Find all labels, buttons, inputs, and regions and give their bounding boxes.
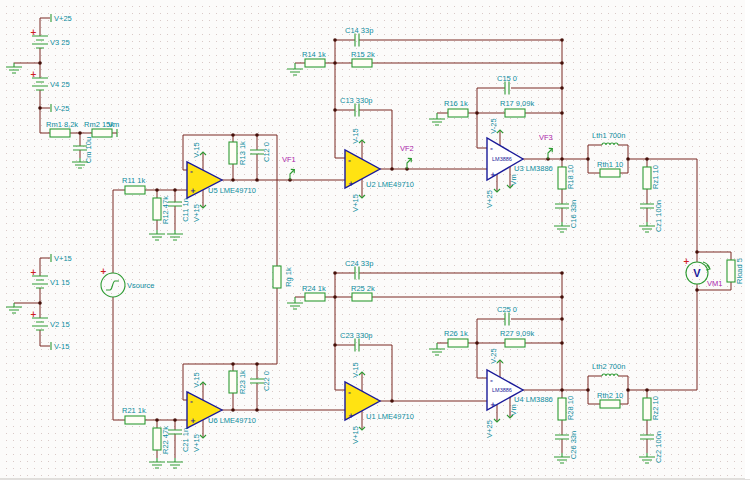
- opamp-plus-mark: +: [190, 187, 196, 195]
- capacitor-c13-label: C13 330p: [340, 96, 373, 105]
- inductor-lth2[interactable]: Lth2 700n: [592, 362, 625, 376]
- resistor-r28[interactable]: R28 10: [558, 396, 575, 420]
- opamp-u1-label: U1 LME49710: [366, 412, 414, 421]
- resistor-rm1-label: Rm1 8,2k: [46, 120, 78, 129]
- capacitor-c15[interactable]: C15 0: [497, 74, 517, 95]
- capacitor-c24-label: C24 33p: [345, 259, 373, 268]
- resistor-r17[interactable]: R17 9,09k: [500, 99, 534, 117]
- battery-v1-label: V1 15: [50, 278, 70, 287]
- net-vplus25: V+25: [54, 14, 72, 23]
- capacitor-c21[interactable]: C21 1n: [168, 428, 190, 452]
- voltmeter-vm1[interactable]: V + VM1: [683, 257, 722, 288]
- opamp-u6-label: U6 LME49710: [208, 416, 256, 425]
- wires-u3-network[interactable]: [437, 40, 588, 222]
- resistor-rz2[interactable]: Rz2 10: [643, 396, 660, 420]
- capacitor-c11-label: C11 1n: [181, 198, 190, 222]
- opamp-u5-vplus15: V+15: [192, 204, 201, 222]
- battery-v4[interactable]: + V4 25: [30, 70, 70, 90]
- capacitor-c24[interactable]: C24 33p: [345, 259, 373, 280]
- wire-network[interactable]: [14, 18, 731, 458]
- capacitor-cz2-label: Cz2 100n: [654, 431, 663, 463]
- battery-plus-sign: +: [30, 28, 37, 37]
- resistor-r27[interactable]: R27 9,09k: [500, 329, 534, 347]
- opamp-u4-chip-name: LM3886: [492, 387, 512, 393]
- resistor-r15[interactable]: R15 2k: [351, 50, 375, 67]
- opamp-minus-mark: -: [190, 398, 193, 406]
- resistor-rg[interactable]: Rg 1k: [273, 266, 293, 288]
- opamp-u1[interactable]: - + V-15 V+15 U1 LME49710: [345, 362, 414, 444]
- capacitor-c12[interactable]: C12 0: [250, 142, 271, 162]
- battery-v2[interactable]: + V2 15: [30, 310, 70, 330]
- wires-output-bottom[interactable]: [588, 290, 697, 453]
- testpoint-vf1[interactable]: VF1: [282, 155, 296, 180]
- capacitor-c14[interactable]: C14 33p: [345, 26, 373, 47]
- schematic-drawing: + V3 25 + V4 25 + V1 15 + V2 15 V+25 V-2…: [0, 0, 750, 492]
- battery-plus-sign: +: [30, 70, 37, 79]
- opamp-u3-vminus25: V-25: [489, 118, 498, 133]
- battery-v3[interactable]: + V3 25: [30, 28, 70, 48]
- resistor-r24[interactable]: R24 1k: [302, 284, 326, 301]
- capacitor-c22[interactable]: C22 0: [250, 371, 271, 391]
- opamp-plus-mark: +: [490, 171, 496, 179]
- battery-v3-label: V3 25: [50, 38, 70, 47]
- resistor-rz2-label: Rz2 10: [651, 396, 660, 420]
- resistor-r11[interactable]: R11 1k: [122, 176, 145, 194]
- resistor-r14[interactable]: R14 1k: [302, 50, 326, 67]
- resistor-rm1[interactable]: Rm1 8,2k: [46, 120, 78, 137]
- capacitor-c16-label: C16 33n: [569, 200, 578, 228]
- resistor-r12[interactable]: R12 47k: [153, 196, 170, 224]
- capacitor-c25[interactable]: C25 0: [497, 305, 517, 326]
- capacitor-c22-label: C22 0: [262, 371, 271, 391]
- resistor-r16[interactable]: R16 1k: [444, 99, 468, 117]
- resistor-r26[interactable]: R26 1k: [444, 329, 468, 347]
- inductor-lth1[interactable]: Lth1 700n: [592, 131, 625, 145]
- capacitor-cm[interactable]: Cm 10u: [73, 137, 93, 163]
- wires-u4-network[interactable]: [437, 273, 588, 453]
- capacitor-c23[interactable]: C23 330p: [340, 331, 373, 352]
- resistor-r21-label: R21 1k: [122, 406, 146, 415]
- inductor-lth2-label: Lth2 700n: [592, 362, 625, 371]
- resistor-r28-label: R28 10: [566, 396, 575, 420]
- resistor-rz1[interactable]: Rz1 10: [643, 165, 660, 189]
- resistor-r23[interactable]: R23 1k: [229, 370, 247, 394]
- opamp-u4-vm-pin: Vm: [509, 404, 518, 415]
- opamp-u2[interactable]: - + V-15 V+15 U2 LME49710: [345, 128, 414, 212]
- wires-source[interactable]: [113, 190, 187, 420]
- capacitor-cz2[interactable]: Cz2 100n: [640, 431, 663, 463]
- testpoint-vf3[interactable]: VF3: [539, 133, 553, 159]
- opamp-u3-vm-pin: Vm: [509, 174, 518, 185]
- opamp-u5-label: U5 LME49710: [208, 186, 256, 195]
- resistor-r22[interactable]: R22 47k: [153, 426, 170, 454]
- resistor-r25[interactable]: R25 2k: [351, 284, 375, 301]
- capacitor-c13[interactable]: C13 330p: [340, 96, 373, 117]
- opamp-u4[interactable]: - + LM3886 V-25 V+25 Vm U4 LM3886: [485, 348, 553, 438]
- capacitor-c21-label: C21 1n: [181, 428, 190, 452]
- capacitor-cz1[interactable]: Cz1 100n: [640, 200, 663, 232]
- resistor-rload[interactable]: Rload 5: [727, 258, 744, 284]
- voltage-source-vsource[interactable]: + Vsource: [100, 267, 155, 297]
- inductor-lth1-label: Lth1 700n: [592, 131, 625, 140]
- battery-plus-sign: +: [30, 268, 37, 277]
- resistor-r27-label: R27 9,09k: [500, 329, 534, 338]
- resistor-rth2[interactable]: Rth2 10: [597, 391, 623, 408]
- resistor-r13[interactable]: R13 1k: [229, 141, 247, 165]
- net-labels: V+25 V-25 V+15 V-15 Vm: [51, 14, 119, 351]
- capacitor-c26[interactable]: C26 33n: [555, 431, 578, 459]
- capacitor-c16[interactable]: C16 33n: [555, 200, 578, 228]
- resistor-rm2[interactable]: Rm2 15k: [84, 120, 114, 137]
- resistor-r17-label: R17 9,09k: [500, 99, 534, 108]
- opamp-u4-vminus25: V-25: [489, 348, 498, 363]
- resistor-r21[interactable]: R21 1k: [122, 406, 146, 424]
- testpoint-vf2[interactable]: VF2: [400, 144, 414, 169]
- resistor-r24-label: R24 1k: [302, 284, 326, 293]
- resistor-rth1[interactable]: Rth1 10: [597, 160, 623, 177]
- resistor-r18[interactable]: R18 10: [558, 165, 575, 189]
- battery-v1[interactable]: + V1 15: [30, 268, 70, 288]
- capacitor-cz1-label: Cz1 100n: [654, 200, 663, 232]
- capacitor-c15-label: C15 0: [497, 74, 517, 83]
- resistor-rload-label: Rload 5: [735, 258, 744, 284]
- capacitor-c11[interactable]: C11 1n: [168, 198, 190, 222]
- opamp-u6-vminus15: V-15: [192, 372, 201, 387]
- opamp-plus-mark: +: [190, 417, 196, 425]
- opamp-u3[interactable]: - + LM3886 V-25 V+25 Vm U3 LM3886: [485, 118, 553, 208]
